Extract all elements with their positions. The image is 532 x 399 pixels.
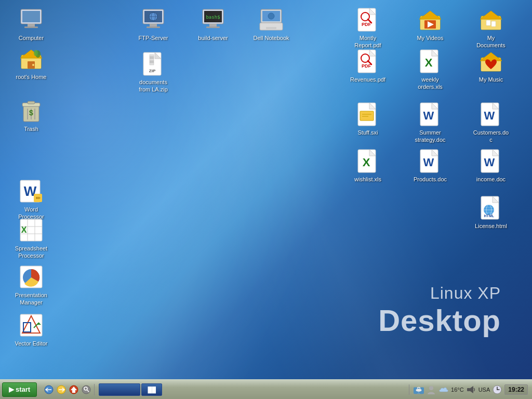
svg-text:W: W xyxy=(484,156,495,169)
desktop-icon-roots-home[interactable]: root's Home xyxy=(10,44,52,83)
documents-zip-icon: ZIP xyxy=(141,51,166,76)
ftp-server-icon xyxy=(141,7,166,32)
desktop-icon-ftp-server[interactable]: FTP-Server xyxy=(132,5,174,44)
spreadsheet-processor-icon: X xyxy=(19,218,44,243)
documents-zip-label: documents from LA.zip xyxy=(135,78,172,94)
roots-home-icon xyxy=(19,46,44,71)
user-tray-icon[interactable] xyxy=(426,384,436,395)
svg-marker-130 xyxy=(470,386,473,393)
computer-icon xyxy=(19,7,44,32)
desktop-icon-weekly-orders[interactable]: X weekly orders.xls xyxy=(409,47,451,93)
svg-point-128 xyxy=(429,386,433,390)
customers-doc-icon: W xyxy=(478,102,503,127)
weekly-orders-label: weekly orders.xls xyxy=(411,76,449,91)
clock-icon[interactable] xyxy=(492,384,502,395)
ftp-server-label: FTP-Server xyxy=(139,34,168,42)
svg-rect-59 xyxy=(150,61,154,63)
home-icon[interactable] xyxy=(68,384,79,395)
roots-home-label: root's Home xyxy=(16,73,47,81)
temperature-display: 16°C xyxy=(451,387,464,393)
svg-marker-74 xyxy=(480,11,502,19)
svg-rect-75 xyxy=(486,20,490,25)
clock-display[interactable]: 19:22 xyxy=(504,384,528,395)
desktop-icon-vector-editor[interactable]: Vector Editor xyxy=(10,311,52,349)
start-label: start xyxy=(16,385,30,393)
desktop-icon-trash[interactable]: $ Trash xyxy=(10,96,52,135)
svg-text:X: X xyxy=(363,156,370,169)
desktop-icon-license-html[interactable]: HTML License.html xyxy=(470,193,512,232)
revenues-label: Revenues.pdf xyxy=(350,76,385,83)
svg-rect-3 xyxy=(24,26,38,28)
desktop-icon-customers-doc[interactable]: W Customers.doc xyxy=(470,100,512,146)
quick-launch xyxy=(41,384,95,395)
desktop-icon-documents-zip[interactable]: ZIP documents from LA.zip xyxy=(132,49,174,96)
desktop-icon-my-documents[interactable]: My Documents xyxy=(470,5,512,51)
svg-rect-52 xyxy=(266,27,276,29)
volume-icon[interactable] xyxy=(466,384,476,395)
weather-cloud-icon[interactable] xyxy=(438,384,449,395)
svg-point-50 xyxy=(268,13,274,19)
desktop-icon-build-server[interactable]: bash$ build-server xyxy=(192,5,234,44)
trash-icon: $ xyxy=(19,98,44,123)
summer-strategy-icon: W xyxy=(418,102,443,127)
montly-report-icon: PDF xyxy=(355,7,380,32)
dell-notebook-icon xyxy=(259,7,284,32)
dell-notebook-label: Dell Notebook xyxy=(253,34,289,42)
my-videos-label: My Videos xyxy=(417,34,443,42)
desktop-icon-summer-strategy[interactable]: W Summer strategy.doc xyxy=(409,100,451,146)
svg-rect-58 xyxy=(150,59,154,61)
svg-rect-76 xyxy=(491,21,496,26)
desktop-icon-computer[interactable]: Computer xyxy=(10,5,52,44)
license-html-label: License.html xyxy=(475,222,507,230)
browser-forward-icon[interactable] xyxy=(56,384,67,395)
desktop-icon-my-music[interactable]: My Music xyxy=(470,47,512,85)
license-html-icon: HTML xyxy=(478,195,503,220)
presentation-manager-icon xyxy=(19,264,44,289)
svg-rect-41 xyxy=(150,24,157,26)
stuff-sxi-label: Stuff.sxi xyxy=(358,129,378,136)
my-videos-icon xyxy=(418,7,443,32)
desktop-icon-my-videos[interactable]: My Videos xyxy=(409,5,451,44)
my-music-label: My Music xyxy=(479,76,503,83)
svg-rect-2 xyxy=(28,24,35,26)
search-icon[interactable] xyxy=(81,384,92,395)
network-weather-icon[interactable] xyxy=(414,384,424,395)
icon-grid: Computer root's Home xyxy=(0,0,532,379)
stuff-sxi-icon xyxy=(355,102,380,127)
svg-text:X: X xyxy=(21,225,27,234)
svg-text:ZIP: ZIP xyxy=(149,69,156,73)
desktop-icon-income-doc[interactable]: W income.doc xyxy=(470,147,512,185)
summer-strategy-label: Summer strategy.doc xyxy=(411,129,449,144)
desktop-icon-dell-notebook[interactable]: Dell Notebook xyxy=(250,5,292,44)
weekly-orders-icon: X xyxy=(418,49,443,74)
products-doc-label: Products.doc xyxy=(414,176,447,183)
build-server-label: build-server xyxy=(198,34,228,42)
desktop-icon-spreadsheet-processor[interactable]: X Spreadsheet Processor xyxy=(10,216,52,262)
taskbar-window-item2[interactable]: ██ xyxy=(141,383,162,396)
svg-rect-73 xyxy=(481,19,501,30)
desktop-icon-wishlist-xls[interactable]: X wishlist.xls xyxy=(347,147,389,185)
spreadsheet-processor-label: Spreadsheet Processor xyxy=(12,245,50,260)
wishlist-xls-icon: X xyxy=(355,149,380,174)
desktop-icon-products-doc[interactable]: W Products.doc xyxy=(409,147,451,185)
taskbar: ▶ start xyxy=(0,379,532,399)
svg-text:PDF: PDF xyxy=(362,22,371,27)
svg-text:W: W xyxy=(423,156,434,169)
svg-rect-60 xyxy=(150,63,154,65)
svg-text:PDF: PDF xyxy=(362,63,371,69)
svg-text:HTML: HTML xyxy=(484,214,495,218)
svg-rect-46 xyxy=(209,24,217,26)
trash-label: Trash xyxy=(24,125,38,132)
desktop-icon-revenues[interactable]: PDF Revenues.pdf xyxy=(347,47,389,85)
taskbar-window-item[interactable] xyxy=(99,383,140,396)
computer-label: Computer xyxy=(19,34,44,42)
system-tray: 16°C USA 19:22 xyxy=(409,384,532,395)
income-doc-label: income.doc xyxy=(476,176,506,183)
desktop-icon-montly-report[interactable]: PDF Montly Report.pdf xyxy=(347,5,389,51)
revenues-icon: PDF xyxy=(355,49,380,74)
taskbar-windows: ██ xyxy=(97,383,409,396)
browser-back-icon[interactable] xyxy=(43,384,55,395)
start-button[interactable]: ▶ start xyxy=(2,382,37,397)
desktop-icon-presentation-manager[interactable]: Presentation Manager xyxy=(10,262,52,309)
desktop-icon-stuff-sxi[interactable]: Stuff.sxi xyxy=(347,100,389,138)
